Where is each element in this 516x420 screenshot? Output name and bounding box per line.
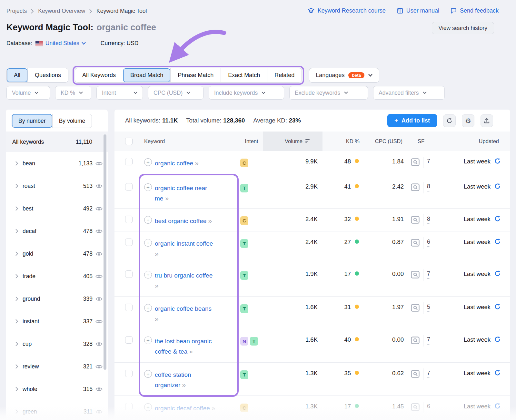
sidebar-item-cup[interactable]: cup 328	[6, 333, 108, 355]
sidebar-item-best[interactable]: best 492	[6, 197, 108, 220]
tab-broad-match[interactable]: Broad Match	[123, 68, 170, 82]
sf-count-link[interactable]: 7	[427, 158, 430, 166]
refresh-metrics-icon[interactable]	[494, 369, 501, 376]
sidebar-item-whole[interactable]: whole 315	[6, 378, 108, 400]
expand-keyword-icon[interactable]: »	[195, 159, 199, 167]
row-checkbox[interactable]	[125, 270, 133, 278]
filter-advanced[interactable]: Advanced filters	[373, 86, 445, 100]
settings-button[interactable]: ⚙	[462, 114, 474, 127]
eye-icon[interactable]	[95, 251, 103, 256]
refresh-metrics-icon[interactable]	[494, 183, 501, 190]
keyword-link[interactable]: organic coffee beans	[155, 305, 212, 312]
sidebar-item-trade[interactable]: trade 405	[6, 265, 108, 288]
eye-icon[interactable]	[95, 387, 103, 392]
sf-count-link[interactable]: 8	[427, 183, 430, 191]
eye-icon[interactable]	[95, 297, 103, 301]
expand-keyword-icon[interactable]: »	[165, 194, 169, 202]
keyword-link[interactable]: the lost bean organic coffee & tea	[155, 338, 212, 355]
keyword-link[interactable]: tru bru organic coffee	[155, 272, 213, 279]
add-keyword-icon[interactable]: +	[144, 183, 152, 191]
sf-count-link[interactable]: 5	[427, 304, 430, 312]
expand-keyword-icon[interactable]: »	[182, 381, 186, 388]
toggle-by-number[interactable]: By number	[12, 114, 52, 128]
tab-phrase-match[interactable]: Phrase Match	[170, 68, 221, 82]
expand-keyword-icon[interactable]: »	[212, 404, 216, 412]
refresh-metrics-icon[interactable]	[494, 336, 501, 343]
export-button[interactable]	[481, 114, 493, 127]
filter-intent[interactable]: Intent	[96, 86, 143, 100]
sidebar-all-keywords-row[interactable]: All keywords 11,110	[6, 132, 108, 152]
eye-icon[interactable]	[95, 206, 103, 211]
keyword-link[interactable]: organic coffee near me	[155, 185, 207, 202]
select-all-checkbox[interactable]	[125, 138, 133, 145]
add-keyword-icon[interactable]: +	[144, 337, 152, 344]
view-search-history-button[interactable]: View search history	[432, 22, 494, 34]
add-keyword-icon[interactable]: +	[144, 216, 152, 224]
sf-count-link[interactable]: 6	[427, 239, 430, 247]
add-to-list-button[interactable]: + Add to list	[387, 114, 437, 127]
serp-features-icon[interactable]	[411, 183, 420, 191]
sidebar-item-gold[interactable]: gold 478	[6, 242, 108, 265]
row-checkbox[interactable]	[125, 304, 133, 311]
refresh-button[interactable]	[443, 114, 456, 127]
column-header-volume[interactable]: Volume	[263, 132, 322, 151]
tab-all[interactable]: All	[7, 68, 27, 82]
filter-exclude-keywords[interactable]: Exclude keywords	[289, 86, 368, 100]
add-keyword-icon[interactable]: +	[144, 158, 152, 166]
eye-icon[interactable]	[95, 319, 103, 324]
column-header-keyword[interactable]: Keyword	[137, 132, 240, 151]
user-manual-link[interactable]: User manual	[397, 7, 439, 14]
eye-icon[interactable]	[95, 342, 103, 347]
sf-count-link[interactable]: 7	[427, 270, 430, 279]
serp-features-icon[interactable]	[411, 239, 420, 247]
column-header-kd[interactable]: KD %	[322, 132, 367, 151]
column-header-cpc[interactable]: CPC (USD)	[367, 132, 407, 151]
sidebar-scrollbar[interactable]	[104, 134, 106, 370]
refresh-metrics-icon[interactable]	[494, 303, 501, 310]
eye-icon[interactable]	[95, 409, 103, 414]
sf-count-link[interactable]: 7	[427, 370, 430, 378]
sidebar-item-bean[interactable]: bean 1,133	[6, 152, 108, 175]
row-checkbox[interactable]	[125, 403, 133, 410]
serp-features-icon[interactable]	[411, 337, 420, 344]
tab-related[interactable]: Related	[267, 68, 302, 82]
refresh-metrics-icon[interactable]	[494, 270, 501, 277]
serp-features-icon[interactable]	[411, 370, 420, 378]
serp-features-icon[interactable]	[411, 216, 420, 224]
breadcrumb-keyword-overview[interactable]: Keyword Overview	[38, 8, 85, 15]
tab-exact-match[interactable]: Exact Match	[221, 68, 267, 82]
row-checkbox[interactable]	[125, 239, 133, 246]
expand-keyword-icon[interactable]: »	[155, 315, 159, 322]
keyword-link[interactable]: organic decaf coffee	[155, 405, 210, 412]
expand-keyword-icon[interactable]: »	[189, 347, 193, 355]
expand-keyword-icon[interactable]: »	[208, 217, 212, 224]
column-header-intent[interactable]: Intent	[240, 132, 263, 151]
refresh-metrics-icon[interactable]	[494, 403, 501, 409]
keyword-link[interactable]: organic coffee	[155, 160, 193, 167]
keyword-research-course-link[interactable]: Keyword Research course	[307, 7, 386, 14]
sidebar-item-decaf[interactable]: decaf 478	[6, 220, 108, 242]
add-keyword-icon[interactable]: +	[144, 304, 152, 312]
eye-icon[interactable]	[95, 184, 103, 189]
sidebar-item-green[interactable]: green 311	[6, 400, 108, 420]
row-checkbox[interactable]	[125, 370, 133, 377]
sidebar-item-instant[interactable]: instant 337	[6, 310, 108, 333]
sf-count-link[interactable]: 8	[427, 216, 430, 224]
filter-include-keywords[interactable]: Include keywords	[209, 86, 284, 100]
column-header-updated[interactable]: Updated	[436, 132, 510, 151]
add-keyword-icon[interactable]: +	[144, 370, 152, 378]
row-checkbox[interactable]	[125, 158, 133, 165]
refresh-metrics-icon[interactable]	[494, 238, 501, 245]
row-checkbox[interactable]	[125, 336, 133, 344]
refresh-metrics-icon[interactable]	[494, 158, 501, 164]
breadcrumb-projects[interactable]: Projects	[6, 8, 27, 15]
keyword-link[interactable]: organic instant coffee	[155, 240, 213, 247]
eye-icon[interactable]	[95, 229, 103, 234]
filter-volume[interactable]: Volume	[6, 86, 50, 100]
tab-questions[interactable]: Questions	[27, 68, 68, 82]
add-keyword-icon[interactable]: +	[144, 239, 152, 247]
serp-features-icon[interactable]	[411, 271, 420, 278]
sidebar-item-review[interactable]: review 321	[6, 355, 108, 378]
keyword-link[interactable]: best organic coffee	[155, 218, 206, 224]
languages-dropdown[interactable]: Languages beta	[309, 68, 379, 83]
